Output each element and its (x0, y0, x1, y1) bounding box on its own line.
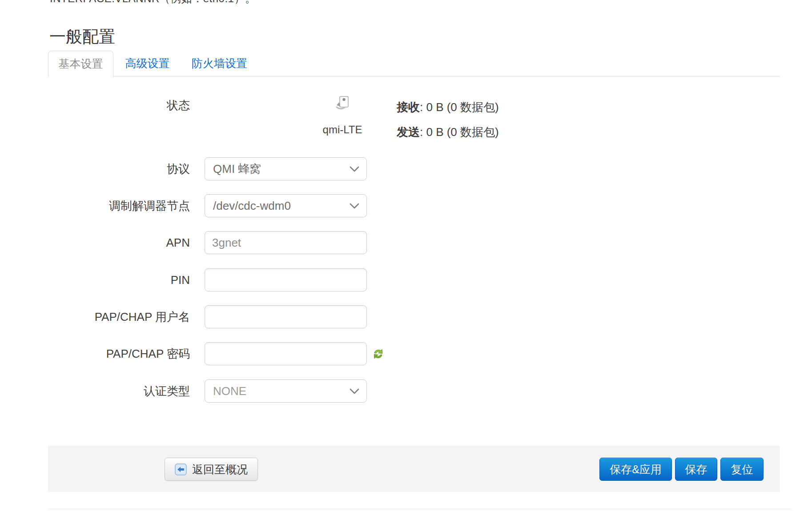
clipped-description-line: INTERFACE.VLANNR（例如：eth0.1）。 (50, 0, 326, 4)
apn-label: APN (48, 231, 190, 254)
papchap-username-row: PAP/CHAP 用户名 (48, 305, 493, 328)
save-apply-button[interactable]: 保存&应用 (599, 458, 672, 481)
rx-stat-value: : 0 B (0 数据包) (420, 100, 499, 114)
protocol-row: 协议 QMI 蜂窝 (48, 157, 493, 180)
pin-label: PIN (48, 268, 190, 291)
tab-bar: 基本设置 高级设置 防火墙设置 (48, 51, 780, 76)
status-row: 状态 qmi-LTE 接收: 0 B (0 数据包) 发送: 0 B (0 数据… (48, 94, 493, 117)
arrow-left-icon (175, 463, 187, 475)
tx-stat-value: : 0 B (0 数据包) (420, 125, 499, 139)
modem-node-select[interactable]: /dev/cdc-wdm0 (205, 194, 367, 217)
rx-stat: 接收: 0 B (0 数据包) (397, 95, 499, 120)
papchap-username-input[interactable] (205, 305, 367, 328)
protocol-select[interactable]: QMI 蜂窝 (205, 157, 367, 180)
tab-basic-settings-label: 基本设置 (59, 57, 103, 70)
protocol-label: 协议 (48, 157, 190, 180)
save-button[interactable]: 保存 (675, 458, 717, 481)
tx-stat-label: 发送 (397, 125, 420, 139)
papchap-password-input[interactable] (205, 342, 367, 365)
refresh-icon[interactable] (372, 348, 384, 360)
auth-type-select[interactable]: NONE (205, 379, 367, 403)
protocol-select-value: QMI 蜂窝 (213, 158, 261, 180)
status-interface: qmi-LTE (314, 95, 371, 136)
chevron-down-icon (349, 388, 360, 395)
modem-signal-icon (335, 104, 350, 112)
reset-button[interactable]: 复位 (720, 458, 764, 481)
auth-type-label: 认证类型 (48, 379, 190, 403)
tx-stat: 发送: 0 B (0 数据包) (397, 120, 499, 144)
bottom-divider (48, 509, 792, 509)
back-to-overview-button[interactable]: 返回至概况 (165, 458, 258, 481)
chevron-down-icon (349, 166, 360, 172)
tab-advanced-settings[interactable]: 高级设置 (114, 51, 181, 76)
papchap-username-label: PAP/CHAP 用户名 (48, 305, 190, 328)
papchap-password-row: PAP/CHAP 密码 (48, 342, 493, 365)
tab-firewall-settings-label: 防火墙设置 (192, 57, 247, 69)
tab-firewall-settings[interactable]: 防火墙设置 (181, 51, 258, 76)
apn-input[interactable] (205, 231, 367, 254)
pin-row: PIN (48, 268, 493, 291)
page-root: INTERFACE.VLANNR（例如：eth0.1）。 一般配置 基本设置 高… (0, 0, 812, 511)
modem-node-row: 调制解调器节点 /dev/cdc-wdm0 (48, 194, 493, 217)
modem-node-label: 调制解调器节点 (48, 194, 190, 217)
page-actions-bar: 返回至概况 保存&应用 保存 复位 (48, 446, 780, 492)
back-to-overview-label: 返回至概况 (192, 462, 248, 477)
chevron-down-icon (349, 203, 360, 209)
clipped-description-text: INTERFACE.VLANNR（例如：eth0.1）。 (50, 0, 326, 4)
auth-type-select-value: NONE (213, 380, 246, 402)
apn-row: APN (48, 231, 493, 254)
interface-name: qmi-LTE (314, 124, 371, 136)
auth-type-row: 认证类型 NONE (48, 379, 493, 403)
rx-stat-label: 接收 (397, 100, 420, 114)
modem-node-select-value: /dev/cdc-wdm0 (213, 195, 291, 217)
page-title: 一般配置 (49, 26, 115, 48)
pin-input[interactable] (205, 268, 367, 291)
status-label: 状态 (48, 94, 190, 117)
papchap-password-label: PAP/CHAP 密码 (48, 342, 190, 365)
traffic-stats: 接收: 0 B (0 数据包) 发送: 0 B (0 数据包) (397, 95, 499, 144)
tab-advanced-settings-label: 高级设置 (125, 57, 170, 69)
tab-basic-settings[interactable]: 基本设置 (48, 51, 113, 77)
